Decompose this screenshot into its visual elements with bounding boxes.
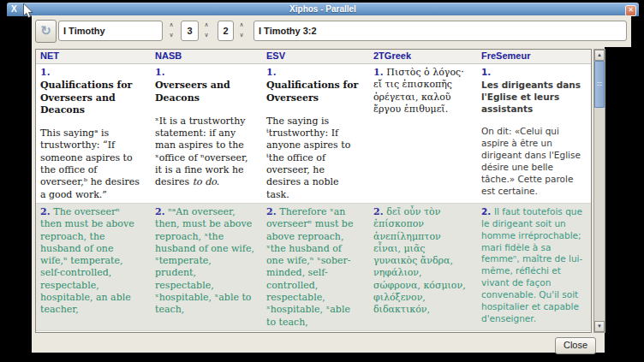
- scrollbar-thumb[interactable]: [594, 61, 605, 108]
- verse-cell-fresemeur-1: 1. Les dirigeants dans l'Eglise et leurs…: [477, 64, 591, 203]
- module-header-fresemeur[interactable]: FreSemeur: [477, 50, 591, 63]
- scroll-down-icon[interactable]: ▼: [594, 321, 605, 332]
- parallel-view-body: NET NASB ESV 2TGreek FreSemeur 1. Qualif…: [32, 47, 605, 353]
- verse-row-2-current: 2. The overseerⁿ then must be above repr…: [36, 203, 591, 331]
- chapter-spinner[interactable]: 3: [181, 21, 199, 41]
- verse-text: On dit: «Celui qui aspire à être un diri…: [481, 126, 583, 197]
- window-title: Xiphos - Parallel: [7, 4, 639, 14]
- scroll-up-icon[interactable]: ▲: [594, 50, 605, 61]
- verse-cell-esv-3: 3. not a drunkard, not violent but ˣgent…: [262, 331, 369, 333]
- verse-cell-fresemeur-2: 2. Il faut toutefois que le dirigeant so…: [477, 204, 591, 330]
- verse-number: 1.: [40, 67, 143, 79]
- module-header-esv[interactable]: ESV: [262, 50, 369, 63]
- verse-number: 1.: [266, 67, 361, 79]
- chapter-spin-up-icon[interactable]: ∧: [201, 20, 212, 30]
- thumb-grip: [597, 82, 602, 87]
- verse-cell-fresemeur-3: 3. Il ne doit pas être buveur ni querell…: [477, 331, 591, 333]
- verse-cell-2tgreek-1: 1. Πιστὸς ὁ λόγος· εἴ τις ἐπισκοπῆς ὀρέγ…: [369, 64, 477, 203]
- navigation-toolbar: ↻ ∧ ∨ 3 ∧ ∨ 2 ∧ ∨: [32, 15, 631, 47]
- mouse-cursor: [22, 3, 35, 19]
- refresh-button[interactable]: ↻: [35, 20, 57, 43]
- verse-text: 1. Πιστὸς ὁ λόγος· εἴ τις ἐπισκοπῆς ὀρέγ…: [373, 67, 469, 116]
- book-combo-input[interactable]: [58, 21, 163, 41]
- desktop-background: X Xiphos - Parallel ✕ ↻ ∧ ∨ 3 ∧ ∨ 2 ∧ ∨ …: [0, 0, 644, 362]
- module-header-row: NET NASB ESV 2TGreek FreSemeur: [36, 50, 591, 64]
- verse-cell-net-1: 1. Qualifications for Overseers and Deac…: [36, 64, 151, 203]
- verse-cell-net-3: 3. not a drunkard, not violent, but gent…: [36, 331, 151, 333]
- verse-row-1: 1. Qualifications for Overseers and Deac…: [36, 64, 591, 203]
- verse-cell-net-2: 2. The overseerⁿ then must be above repr…: [36, 204, 151, 330]
- section-heading: Les dirigeants dans l'Eglise et leurs as…: [481, 80, 583, 116]
- verse-text: The saying is ᵗtrustworthy: If anyone as…: [266, 116, 361, 201]
- verse-spinner[interactable]: 2: [218, 21, 234, 41]
- chapter-spin-down-icon[interactable]: ∨: [201, 30, 212, 40]
- verse-number: 1.: [155, 67, 254, 79]
- verse-cell-2tgreek-2: 2. δεῖ οὖν τὸν ἐπίσκοπον ἀνεπίλημπτον εἶ…: [369, 204, 477, 330]
- reference-input[interactable]: [253, 21, 627, 41]
- book-spin-down-icon[interactable]: ∨: [166, 30, 176, 40]
- verse-text: This sayingᵃ is trustworthy: “If someone…: [40, 128, 143, 201]
- verse-text: 2. ⁿᵃAn overseer, then, must be above re…: [155, 206, 254, 317]
- module-header-nasb[interactable]: NASB: [151, 50, 262, 63]
- module-header-2tgreek[interactable]: 2TGreek: [369, 50, 477, 63]
- chapter-spin-arrows: ∧ ∨: [201, 20, 212, 42]
- verse-cell-esv-2: 2. Therefore ˣan overseerⁿ must be above…: [262, 204, 369, 330]
- verse-cell-2tgreek-3: 3. μὴ πάροινον, μὴ πλήκτην, ἀλλὰ ἐπιεικῆ…: [369, 331, 477, 333]
- section-heading: Qualifications for Overseers and Deacons: [40, 80, 143, 116]
- verse-text: 2. Il faut toutefois que le dirigeant so…: [481, 206, 583, 325]
- verse-text: ˣIt is a trustworthy statement: if any m…: [155, 116, 254, 189]
- parallel-table: NET NASB ESV 2TGreek FreSemeur 1. Qualif…: [35, 49, 592, 333]
- verse-spin-down-icon[interactable]: ∨: [236, 30, 247, 40]
- verse-cell-esv-1: 1. Qualifications for Overseers The sayi…: [262, 64, 369, 203]
- close-button[interactable]: Close: [555, 337, 596, 354]
- section-heading: Overseers and Deacons: [155, 80, 254, 104]
- vertical-scrollbar[interactable]: ▲ ▼: [593, 49, 605, 333]
- book-spin-up-icon[interactable]: ∧: [166, 20, 176, 30]
- verse-row-3: 3. not a drunkard, not violent, but gent…: [36, 331, 591, 333]
- verse-cell-nasb-1: 1. Overseers and Deacons ˣIt is a trustw…: [151, 64, 262, 203]
- book-spin-arrows: ∧ ∨: [166, 20, 176, 42]
- verse-cell-nasb-3: 3. ˣnot addicted to wine ⁿor pugnacious,…: [151, 331, 262, 333]
- verse-text: 2. δεῖ οὖν τὸν ἐπίσκοπον ἀνεπίλημπτον εἶ…: [373, 206, 469, 317]
- verse-number: 1.: [481, 67, 583, 79]
- module-header-net[interactable]: NET: [36, 50, 151, 63]
- verse-cell-nasb-2: 2. ⁿᵃAn overseer, then, must be above re…: [151, 204, 262, 330]
- section-heading: Qualifications for Overseers: [266, 80, 361, 104]
- verse-text: 2. Therefore ˣan overseerⁿ must be above…: [266, 206, 361, 329]
- window-titlebar[interactable]: X Xiphos - Parallel ✕: [7, 3, 639, 16]
- verse-text: 2. The overseerⁿ then must be above repr…: [40, 206, 143, 317]
- verse-spin-up-icon[interactable]: ∧: [236, 20, 247, 30]
- verse-spin-arrows: ∧ ∨: [236, 20, 247, 42]
